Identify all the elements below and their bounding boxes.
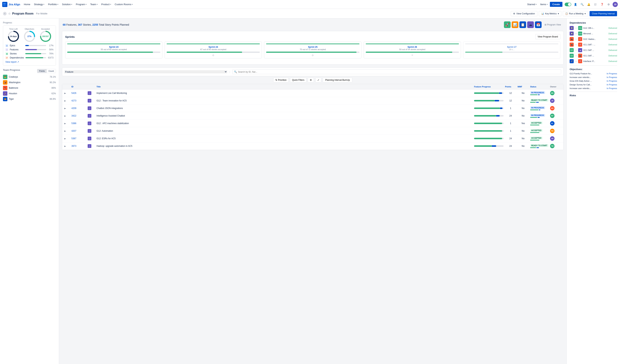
settings-icon-btn[interactable]: ⚙ <box>308 78 314 82</box>
row-id-5426[interactable]: 5426 <box>71 92 86 94</box>
dep-arrow: → <box>575 43 577 46</box>
star-icon[interactable]: ☆ <box>8 12 11 15</box>
toggle-switch[interactable] <box>565 2 571 6</box>
team-avatar-tiger: 🐯 <box>3 97 7 101</box>
top-nav: Jira Align Home Strategy▾ Portfolio▾ Sol… <box>0 0 620 9</box>
team-toggle-points[interactable]: Points <box>37 69 47 73</box>
view-icon-list[interactable]: 📋 <box>519 21 526 28</box>
obj-name-5: Increase user retentio... <box>570 87 605 90</box>
view-report-link[interactable]: View report ↗ <box>5 61 54 63</box>
nav-custom-rooms[interactable]: Custom Rooms▾ <box>113 2 134 6</box>
nav-team[interactable]: Team▾ <box>89 2 99 6</box>
sprint-card-27[interactable]: Sprint 27 18 c... <box>463 42 560 59</box>
view-icon-rocket[interactable]: 🚀 <box>504 21 511 28</box>
create-button[interactable]: Create <box>550 2 562 7</box>
team-name-washington: Washington <box>9 81 47 84</box>
view-board-button[interactable]: View Program Board <box>535 34 560 39</box>
row-id-3973[interactable]: 3973 <box>71 145 86 147</box>
view-icon-chart[interactable]: 📊 <box>512 21 518 28</box>
burnup-button[interactable]: Planning Interval BurnUp <box>323 78 352 82</box>
user-avatar[interactable]: JD <box>613 2 618 7</box>
row-expand[interactable]: ▶ <box>64 92 70 94</box>
view-configuration-button[interactable]: ⚙ View Configuration <box>511 11 537 16</box>
settings-icon[interactable]: ⚙ <box>606 2 611 7</box>
collapse-button[interactable]: ‹ <box>3 12 7 15</box>
nav-program[interactable]: Program▾ <box>74 2 88 6</box>
view-icon-calendar[interactable]: 📅 <box>535 21 542 28</box>
dep-status: Delivered <box>609 49 617 51</box>
nav-portfolio[interactable]: Portfolio▾ <box>46 2 60 6</box>
dep-row-5: GD → ☁ V2.1 SAT ... Delivered <box>570 48 617 52</box>
team-toggle-count[interactable]: Count <box>47 69 56 73</box>
help-icon[interactable]: ❓ <box>599 2 604 7</box>
nav-strategy[interactable]: Strategy▾ <box>32 2 46 6</box>
nav-starred[interactable]: Starred▾ <box>526 2 538 6</box>
sprint-card-24[interactable]: Sprint 24 67 out of 83 stories accepted … <box>165 42 262 59</box>
row-feature-icon: ⬡ <box>88 106 91 110</box>
close-planning-interval-button[interactable]: Close Planning Interval <box>589 11 617 16</box>
logo[interactable]: Jira Align <box>2 2 20 7</box>
epics-label: Epics <box>10 44 24 47</box>
header-status[interactable]: Status <box>530 86 549 88</box>
prioritize-button[interactable]: ⇅ Prioritize <box>273 78 289 82</box>
quick-filters-button[interactable]: Quick Filters <box>290 78 307 82</box>
dep-from-avatar: 🚀 <box>570 59 574 63</box>
nav-home[interactable]: Home <box>22 2 32 6</box>
notifications-icon[interactable]: 🔔 <box>586 2 591 7</box>
row-avatar: JD <box>550 98 555 103</box>
progress-bar <box>474 100 504 101</box>
row-expand[interactable]: ▶ <box>64 145 70 147</box>
sprint-card-23[interactable]: Sprint 23 55 out of 60 stories accepted <box>65 42 162 59</box>
feature-select[interactable]: Feature <box>64 70 227 73</box>
progress-label: Progress: <box>3 21 56 24</box>
run-meeting-button[interactable]: 📋 Run a Meeting ▾ <box>563 11 588 16</box>
row-id-4209[interactable]: 4209 <box>71 107 86 109</box>
dep-row-6: GD → 🎬 V2.1 SAT ... Delivered <box>570 54 617 58</box>
header-mmf[interactable]: MMF <box>518 86 529 88</box>
time-left-circle: Time Left 14 days <box>8 28 19 42</box>
nav-product[interactable]: Product▾ <box>100 2 113 6</box>
dep-arrow: → <box>575 60 577 62</box>
dependencies-progress-row: ⇌ Dependencies 63/73 <box>5 56 54 59</box>
team-name-cowboys: Cowboys <box>9 76 47 78</box>
row-expand[interactable]: ▶ <box>64 100 70 102</box>
row-expand[interactable]: ▶ <box>64 122 70 124</box>
row-points: 24 <box>505 145 516 147</box>
risks-title: Risks <box>570 94 617 97</box>
row-id-5386[interactable]: 5386 <box>71 122 86 125</box>
header-id[interactable]: ID <box>71 86 86 88</box>
search-input[interactable] <box>238 71 559 73</box>
nav-items[interactable]: Items▾ <box>539 2 549 6</box>
sprint-25-stories: 70 out of 72 stories accepted <box>266 48 359 50</box>
row-id-5387[interactable]: 5387 <box>71 137 86 140</box>
obj-value: 27% <box>25 32 34 41</box>
row-id-4207[interactable]: 4207 <box>71 130 86 132</box>
status-badge-accepted: ACCEPTED <box>530 137 542 139</box>
search-icon[interactable]: 🔍 <box>579 2 585 7</box>
sprint-card-26[interactable]: Sprint 26 50 out of 54 stories accepted … <box>364 42 461 59</box>
team-row-tiger: 🐯 Tiger 88.8% <box>3 97 56 101</box>
row-expand[interactable]: ▶ <box>64 115 70 117</box>
header-progress[interactable]: Feature Progress <box>474 86 504 88</box>
expand-icon-btn[interactable]: ⤢ <box>315 78 321 82</box>
tasks-icon[interactable]: ☑ <box>593 2 598 7</box>
nav-solution[interactable]: Solution▾ <box>61 2 74 6</box>
row-id-3422[interactable]: 3422 <box>71 115 86 117</box>
row-expand[interactable]: ▶ <box>64 137 70 140</box>
program-view-button[interactable]: ⊞ Program View <box>543 22 563 27</box>
team-name-houston: Houston <box>9 92 47 95</box>
view-icon-cloud[interactable]: ☁ <box>527 21 534 28</box>
sprint-26-star-icon: ☆ <box>366 54 459 56</box>
key-metrics-button[interactable]: 📊 Key Metrics ▾ <box>539 11 561 16</box>
row-expand[interactable]: ▶ <box>64 107 70 109</box>
user-icon[interactable]: 👤 <box>573 2 578 7</box>
sprint-card-25[interactable]: Sprint 25 70 out of 72 stories accepted … <box>264 42 361 59</box>
sprints-header: Sprints View Program Board <box>65 34 560 39</box>
logo-icon <box>2 2 7 7</box>
header-points[interactable]: Points <box>505 86 516 88</box>
row-id-4273[interactable]: 4273 <box>71 99 86 102</box>
report-icon: ↗ <box>17 61 19 63</box>
row-expand[interactable]: ▶ <box>64 130 70 132</box>
sprint-25-bar <box>266 52 359 53</box>
header-title[interactable]: Title <box>96 86 473 88</box>
